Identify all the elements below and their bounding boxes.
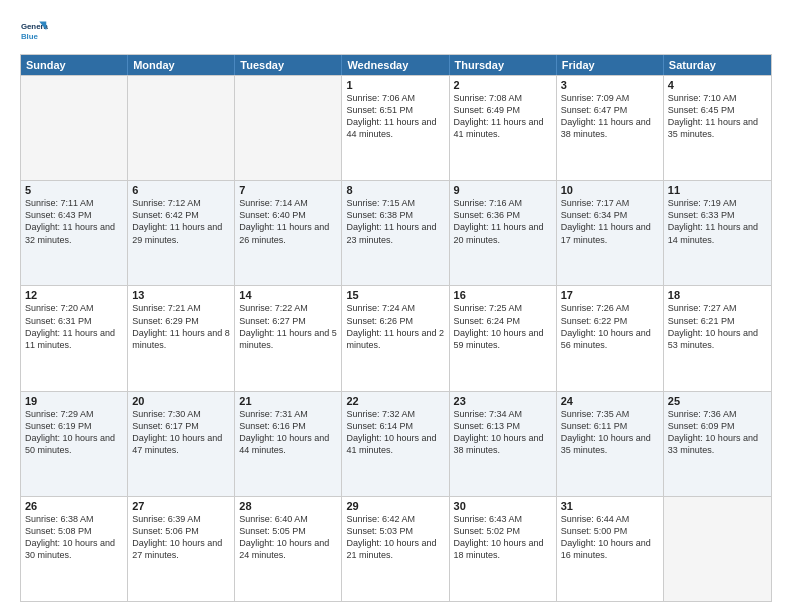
day-cell-18: 18Sunrise: 7:27 AM Sunset: 6:21 PM Dayli… [664,286,771,390]
day-info: Sunrise: 7:26 AM Sunset: 6:22 PM Dayligh… [561,302,659,351]
weekday-header-thursday: Thursday [450,55,557,75]
day-info: Sunrise: 6:44 AM Sunset: 5:00 PM Dayligh… [561,513,659,562]
logo: General Blue [20,18,50,46]
day-cell-20: 20Sunrise: 7:30 AM Sunset: 6:17 PM Dayli… [128,392,235,496]
day-info: Sunrise: 7:36 AM Sunset: 6:09 PM Dayligh… [668,408,767,457]
day-number: 7 [239,184,337,196]
calendar-row-4: 26Sunrise: 6:38 AM Sunset: 5:08 PM Dayli… [21,496,771,601]
empty-cell-0-0 [21,76,128,180]
day-number: 1 [346,79,444,91]
day-cell-12: 12Sunrise: 7:20 AM Sunset: 6:31 PM Dayli… [21,286,128,390]
day-info: Sunrise: 7:25 AM Sunset: 6:24 PM Dayligh… [454,302,552,351]
day-cell-7: 7Sunrise: 7:14 AM Sunset: 6:40 PM Daylig… [235,181,342,285]
logo-icon: General Blue [20,18,48,46]
day-info: Sunrise: 7:29 AM Sunset: 6:19 PM Dayligh… [25,408,123,457]
day-number: 12 [25,289,123,301]
day-cell-24: 24Sunrise: 7:35 AM Sunset: 6:11 PM Dayli… [557,392,664,496]
calendar-row-1: 5Sunrise: 7:11 AM Sunset: 6:43 PM Daylig… [21,180,771,285]
weekday-header-saturday: Saturday [664,55,771,75]
day-cell-3: 3Sunrise: 7:09 AM Sunset: 6:47 PM Daylig… [557,76,664,180]
day-number: 3 [561,79,659,91]
day-number: 24 [561,395,659,407]
day-cell-14: 14Sunrise: 7:22 AM Sunset: 6:27 PM Dayli… [235,286,342,390]
day-number: 16 [454,289,552,301]
empty-cell-4-6 [664,497,771,601]
weekday-header-tuesday: Tuesday [235,55,342,75]
calendar: SundayMondayTuesdayWednesdayThursdayFrid… [20,54,772,602]
day-info: Sunrise: 6:40 AM Sunset: 5:05 PM Dayligh… [239,513,337,562]
day-cell-4: 4Sunrise: 7:10 AM Sunset: 6:45 PM Daylig… [664,76,771,180]
calendar-header: SundayMondayTuesdayWednesdayThursdayFrid… [21,55,771,75]
weekday-header-monday: Monday [128,55,235,75]
day-info: Sunrise: 7:17 AM Sunset: 6:34 PM Dayligh… [561,197,659,246]
day-number: 26 [25,500,123,512]
day-number: 13 [132,289,230,301]
day-info: Sunrise: 7:15 AM Sunset: 6:38 PM Dayligh… [346,197,444,246]
day-info: Sunrise: 7:22 AM Sunset: 6:27 PM Dayligh… [239,302,337,351]
day-info: Sunrise: 7:19 AM Sunset: 6:33 PM Dayligh… [668,197,767,246]
day-cell-28: 28Sunrise: 6:40 AM Sunset: 5:05 PM Dayli… [235,497,342,601]
day-info: Sunrise: 7:08 AM Sunset: 6:49 PM Dayligh… [454,92,552,141]
day-number: 14 [239,289,337,301]
day-cell-10: 10Sunrise: 7:17 AM Sunset: 6:34 PM Dayli… [557,181,664,285]
day-number: 22 [346,395,444,407]
day-number: 6 [132,184,230,196]
page: General Blue SundayMondayTuesdayWednesda… [0,0,792,612]
day-number: 8 [346,184,444,196]
day-info: Sunrise: 7:21 AM Sunset: 6:29 PM Dayligh… [132,302,230,351]
day-cell-31: 31Sunrise: 6:44 AM Sunset: 5:00 PM Dayli… [557,497,664,601]
svg-text:Blue: Blue [21,32,39,41]
day-cell-6: 6Sunrise: 7:12 AM Sunset: 6:42 PM Daylig… [128,181,235,285]
day-info: Sunrise: 6:42 AM Sunset: 5:03 PM Dayligh… [346,513,444,562]
day-info: Sunrise: 7:12 AM Sunset: 6:42 PM Dayligh… [132,197,230,246]
empty-cell-0-1 [128,76,235,180]
header: General Blue [20,18,772,46]
day-number: 9 [454,184,552,196]
day-number: 11 [668,184,767,196]
calendar-row-2: 12Sunrise: 7:20 AM Sunset: 6:31 PM Dayli… [21,285,771,390]
day-cell-5: 5Sunrise: 7:11 AM Sunset: 6:43 PM Daylig… [21,181,128,285]
day-cell-21: 21Sunrise: 7:31 AM Sunset: 6:16 PM Dayli… [235,392,342,496]
day-number: 21 [239,395,337,407]
day-info: Sunrise: 6:39 AM Sunset: 5:06 PM Dayligh… [132,513,230,562]
day-cell-27: 27Sunrise: 6:39 AM Sunset: 5:06 PM Dayli… [128,497,235,601]
day-info: Sunrise: 6:38 AM Sunset: 5:08 PM Dayligh… [25,513,123,562]
day-number: 19 [25,395,123,407]
day-cell-8: 8Sunrise: 7:15 AM Sunset: 6:38 PM Daylig… [342,181,449,285]
day-info: Sunrise: 7:14 AM Sunset: 6:40 PM Dayligh… [239,197,337,246]
day-number: 23 [454,395,552,407]
day-cell-15: 15Sunrise: 7:24 AM Sunset: 6:26 PM Dayli… [342,286,449,390]
calendar-row-0: 1Sunrise: 7:06 AM Sunset: 6:51 PM Daylig… [21,75,771,180]
day-cell-26: 26Sunrise: 6:38 AM Sunset: 5:08 PM Dayli… [21,497,128,601]
day-number: 28 [239,500,337,512]
day-cell-17: 17Sunrise: 7:26 AM Sunset: 6:22 PM Dayli… [557,286,664,390]
day-cell-9: 9Sunrise: 7:16 AM Sunset: 6:36 PM Daylig… [450,181,557,285]
weekday-header-friday: Friday [557,55,664,75]
day-cell-30: 30Sunrise: 6:43 AM Sunset: 5:02 PM Dayli… [450,497,557,601]
day-cell-13: 13Sunrise: 7:21 AM Sunset: 6:29 PM Dayli… [128,286,235,390]
day-number: 17 [561,289,659,301]
day-info: Sunrise: 7:09 AM Sunset: 6:47 PM Dayligh… [561,92,659,141]
day-cell-19: 19Sunrise: 7:29 AM Sunset: 6:19 PM Dayli… [21,392,128,496]
day-number: 27 [132,500,230,512]
day-number: 29 [346,500,444,512]
weekday-header-wednesday: Wednesday [342,55,449,75]
day-cell-2: 2Sunrise: 7:08 AM Sunset: 6:49 PM Daylig… [450,76,557,180]
day-cell-1: 1Sunrise: 7:06 AM Sunset: 6:51 PM Daylig… [342,76,449,180]
day-number: 25 [668,395,767,407]
day-info: Sunrise: 7:31 AM Sunset: 6:16 PM Dayligh… [239,408,337,457]
day-number: 4 [668,79,767,91]
calendar-row-3: 19Sunrise: 7:29 AM Sunset: 6:19 PM Dayli… [21,391,771,496]
empty-cell-0-2 [235,76,342,180]
day-info: Sunrise: 7:24 AM Sunset: 6:26 PM Dayligh… [346,302,444,351]
day-cell-16: 16Sunrise: 7:25 AM Sunset: 6:24 PM Dayli… [450,286,557,390]
day-info: Sunrise: 7:06 AM Sunset: 6:51 PM Dayligh… [346,92,444,141]
day-number: 15 [346,289,444,301]
day-info: Sunrise: 7:20 AM Sunset: 6:31 PM Dayligh… [25,302,123,351]
day-info: Sunrise: 7:27 AM Sunset: 6:21 PM Dayligh… [668,302,767,351]
day-number: 5 [25,184,123,196]
day-info: Sunrise: 6:43 AM Sunset: 5:02 PM Dayligh… [454,513,552,562]
day-cell-11: 11Sunrise: 7:19 AM Sunset: 6:33 PM Dayli… [664,181,771,285]
day-number: 20 [132,395,230,407]
day-number: 31 [561,500,659,512]
